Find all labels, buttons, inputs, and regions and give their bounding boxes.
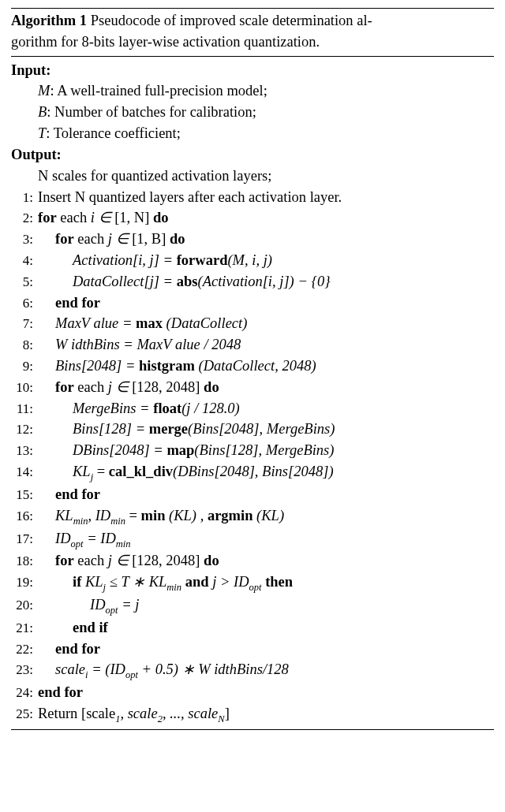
t: KL: [81, 574, 103, 590]
sub: opt: [106, 605, 118, 616]
line-num: 7:: [11, 315, 38, 334]
line-7: 7: MaxV alue = max (DataCollect): [11, 313, 494, 334]
range: [128, 2048]: [129, 379, 204, 395]
line-19: 19: if KLj ≤ T ∗ KLmin and j > IDopt the…: [11, 572, 494, 594]
input-label: Input:: [11, 60, 50, 81]
output-header: Output:: [11, 144, 494, 166]
kw-each: each: [77, 231, 104, 247]
line-num: 12:: [11, 420, 38, 440]
line-6: 6: end for: [11, 292, 494, 314]
line-11: 11: MergeBins = float(j / 128.0): [11, 398, 494, 419]
line-5: 5: DataCollect[j] = abs(Activation[i, j]…: [11, 271, 494, 292]
t: (KL): [252, 508, 284, 523]
line-24: 24: end for: [11, 682, 494, 703]
line-num: 10:: [11, 378, 38, 398]
output-desc-text: N scales for quantized activation layers…: [38, 166, 271, 187]
fn: map: [166, 442, 194, 458]
input-m-desc: : A well-trained full-precision model;: [50, 80, 267, 102]
fn: max: [136, 315, 163, 331]
line-num: 3:: [11, 230, 38, 250]
kw-then: then: [265, 574, 293, 590]
algorithm-body: Input: M: A well-trained full-precision …: [11, 57, 494, 729]
lhs: DataCollect[j] =: [73, 274, 177, 289]
args: (DataCollect): [163, 315, 247, 331]
line-num: 9:: [11, 357, 38, 377]
sub: opt: [125, 669, 138, 680]
sym: j ∈: [108, 553, 129, 568]
line-23: 23: scalei = (IDopt + 0.5) ∗ W idthBins/…: [11, 659, 494, 682]
sym: j ∈: [108, 231, 129, 247]
line-num: 5:: [11, 273, 38, 292]
args: (j / 128.0): [181, 400, 239, 416]
fn: min: [141, 508, 166, 523]
kw-do: do: [204, 553, 219, 568]
t: ID: [55, 531, 71, 546]
t: = (ID: [88, 661, 125, 677]
fn: forward: [177, 252, 228, 268]
line-content: Bins[128] = merge(Bins[2048], MergeBins): [38, 419, 494, 440]
sub: min: [116, 538, 131, 549]
line-content: end for: [38, 682, 494, 703]
line-content: IDopt = IDmin: [38, 528, 494, 551]
line-num: 15:: [11, 486, 38, 505]
kw-do: do: [170, 231, 185, 247]
line-13: 13: DBins[2048] = map(Bins[128], MergeBi…: [11, 440, 494, 461]
kw-do: do: [204, 379, 219, 395]
line-content: IDopt = j: [38, 594, 494, 617]
line-num: 4:: [11, 251, 38, 271]
fn: histgram: [139, 358, 195, 374]
line-9: 9: Bins[2048] = histgram (DataCollect, 2…: [11, 356, 494, 377]
lhs: MergeBins =: [73, 400, 153, 416]
sub: min: [73, 515, 88, 526]
line-num: 21:: [11, 619, 38, 639]
t: ]: [225, 706, 230, 721]
line-num: 16:: [11, 507, 38, 527]
line-num: 11:: [11, 400, 38, 419]
line-num: 8:: [11, 336, 38, 356]
line-content: MaxV alue = max (DataCollect): [38, 313, 494, 334]
t: = ID: [84, 531, 116, 546]
fn: abs: [177, 274, 198, 289]
line-21: 21: end if: [11, 617, 494, 639]
line-content: DBins[2048] = map(Bins[128], MergeBins): [38, 440, 494, 461]
fn: argmin: [208, 508, 253, 523]
sym: j ∈: [108, 379, 129, 395]
line-2: 2: for each i ∈ [1, N] do: [11, 207, 494, 229]
line-content: MergeBins = float(j / 128.0): [38, 398, 494, 419]
lhs: MaxV alue =: [55, 315, 136, 331]
kw-for: for: [55, 379, 74, 395]
lhs: Bins[2048] =: [55, 358, 139, 374]
line-content: KLj = cal_kl_div(DBins[2048], Bins[2048]…: [38, 461, 494, 484]
lhs: DBins[2048] =: [73, 442, 166, 458]
line-25: 25: Return [scale1, scale2, ..., scaleN]: [11, 703, 494, 726]
t: KL: [55, 508, 73, 523]
line-18: 18: for each j ∈ [128, 2048] do: [11, 550, 494, 572]
line-content: for each i ∈ [1, N] do: [38, 207, 494, 229]
line-num: 24:: [11, 683, 38, 703]
line-num: 17:: [11, 530, 38, 549]
input-t-sym: T: [38, 123, 46, 144]
input-t: T: Tolerance coefficient;: [11, 123, 494, 144]
input-b-desc: : Number of batches for calibration;: [47, 102, 256, 123]
sym: i ∈: [91, 210, 111, 225]
line-15: 15: end for: [11, 484, 494, 505]
t: = j: [118, 597, 140, 613]
line-8: 8: W idthBins = MaxV alue / 2048: [11, 334, 494, 356]
args: (Bins[2048], MergeBins): [188, 421, 335, 437]
sub: min: [166, 582, 181, 593]
sub: opt: [71, 538, 84, 549]
line-content: end for: [38, 639, 494, 660]
line-10: 10: for each j ∈ [128, 2048] do: [11, 377, 494, 398]
t: j > ID: [209, 574, 249, 590]
range: [128, 2048]: [129, 553, 204, 568]
kw-for: for: [55, 231, 74, 247]
line-14: 14: KLj = cal_kl_div(DBins[2048], Bins[2…: [11, 461, 494, 484]
t: ID: [90, 597, 106, 613]
sub: min: [110, 515, 125, 526]
fn: merge: [149, 421, 188, 437]
kw-and: and: [185, 574, 209, 590]
kw-each: each: [60, 210, 87, 225]
kw-each: each: [77, 553, 104, 568]
line-num: 13:: [11, 441, 38, 461]
line-12: 12: Bins[128] = merge(Bins[2048], MergeB…: [11, 419, 494, 440]
